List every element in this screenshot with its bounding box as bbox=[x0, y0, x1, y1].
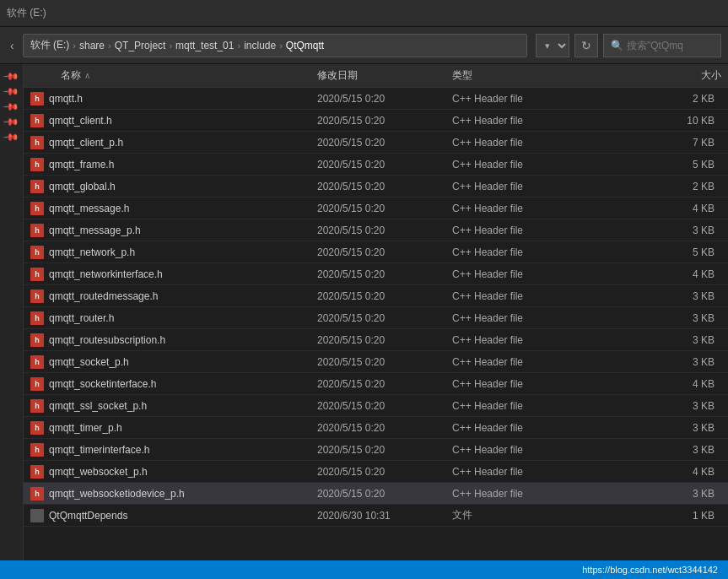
cell-name: QtQmqttDepends bbox=[24, 509, 310, 522]
col-header-type[interactable]: 类型 bbox=[445, 68, 580, 83]
header-file-icon: h bbox=[30, 377, 44, 391]
column-header: 名称 ∧ 修改日期 类型 大小 bbox=[24, 64, 728, 88]
cell-type: C++ Header file bbox=[445, 137, 580, 149]
refresh-icon: ↻ bbox=[581, 39, 591, 52]
table-row[interactable]: h qmqtt_ssl_socket_p.h 2020/5/15 0:20 C+… bbox=[24, 395, 728, 417]
search-input[interactable] bbox=[627, 40, 711, 51]
header-file-icon: h bbox=[30, 399, 44, 413]
header-file-icon: h bbox=[30, 268, 44, 281]
table-row[interactable]: h qmqtt_socketinterface.h 2020/5/15 0:20… bbox=[24, 373, 728, 395]
file-name: qmqtt_networkinterface.h bbox=[49, 268, 163, 280]
addressbar: ‹ 软件 (E:) › share › QT_Project › mqtt_te… bbox=[0, 27, 728, 64]
titlebar: 软件 (E:) bbox=[0, 0, 728, 27]
breadcrumb: 软件 (E:) › share › QT_Project › mqtt_test… bbox=[23, 34, 527, 57]
table-row[interactable]: h qmqtt_routesubscription.h 2020/5/15 0:… bbox=[24, 329, 728, 351]
file-name: QtQmqttDepends bbox=[49, 510, 127, 522]
col-header-name[interactable]: 名称 ∧ bbox=[24, 68, 310, 83]
cell-type: 文件 bbox=[445, 508, 580, 522]
file-name: qmqtt_timer_p.h bbox=[49, 422, 122, 434]
file-name: qmqtt_socket_p.h bbox=[49, 356, 129, 368]
cell-type: C++ Header file bbox=[445, 268, 580, 280]
pin-icon-5[interactable]: 📌 bbox=[3, 128, 19, 144]
cell-date: 2020/5/15 0:20 bbox=[310, 400, 445, 412]
cell-size: 7 KB bbox=[580, 137, 728, 149]
table-row[interactable]: h qmqtt_global.h 2020/5/15 0:20 C++ Head… bbox=[24, 176, 728, 198]
cell-date: 2020/5/15 0:20 bbox=[310, 312, 445, 324]
refresh-button[interactable]: ↻ bbox=[574, 34, 598, 57]
cell-date: 2020/5/15 0:20 bbox=[310, 181, 445, 192]
header-file-icon: h bbox=[30, 487, 44, 501]
cell-type: C++ Header file bbox=[445, 466, 580, 478]
cell-size: 10 KB bbox=[580, 115, 728, 127]
cell-name: h qmqtt.h bbox=[24, 92, 310, 106]
file-name: qmqtt_frame.h bbox=[49, 159, 114, 170]
cell-size: 5 KB bbox=[580, 159, 728, 170]
table-row[interactable]: h qmqtt_router.h 2020/5/15 0:20 C++ Head… bbox=[24, 307, 728, 329]
pin-icon-3[interactable]: 📌 bbox=[3, 98, 19, 114]
back-button[interactable]: ‹ bbox=[7, 37, 18, 54]
cell-date: 2020/5/15 0:20 bbox=[310, 203, 445, 214]
cell-date: 2020/5/15 0:20 bbox=[310, 159, 445, 170]
cell-type: C++ Header file bbox=[445, 356, 580, 368]
pin-icon-2[interactable]: 📌 bbox=[3, 83, 19, 99]
cell-name: h qmqtt_routesubscription.h bbox=[24, 333, 310, 347]
breadcrumb-sep-3: › bbox=[237, 41, 240, 51]
pin-icon-1[interactable]: 📌 bbox=[3, 68, 19, 84]
pin-icon-4[interactable]: 📌 bbox=[3, 113, 19, 129]
cell-date: 2020/5/15 0:20 bbox=[310, 356, 445, 368]
header-file-icon: h bbox=[30, 333, 44, 347]
search-icon: 🔍 bbox=[611, 40, 623, 51]
table-row[interactable]: h qmqtt_client_p.h 2020/5/15 0:20 C++ He… bbox=[24, 132, 728, 154]
file-name: qmqtt_message_p.h bbox=[49, 225, 141, 236]
table-row[interactable]: h qmqtt.h 2020/5/15 0:20 C++ Header file… bbox=[24, 88, 728, 110]
cell-date: 2020/5/15 0:20 bbox=[310, 334, 445, 346]
table-row[interactable]: h qmqtt_timerinterface.h 2020/5/15 0:20 … bbox=[24, 439, 728, 461]
breadcrumb-qtqmqtt[interactable]: QtQmqtt bbox=[286, 40, 324, 51]
breadcrumb-dropdown[interactable]: ▾ bbox=[536, 34, 569, 57]
table-row[interactable]: h qmqtt_timer_p.h 2020/5/15 0:20 C++ Hea… bbox=[24, 417, 728, 439]
table-row[interactable]: h qmqtt_routedmessage.h 2020/5/15 0:20 C… bbox=[24, 285, 728, 307]
header-file-icon: h bbox=[30, 311, 44, 325]
cell-type: C++ Header file bbox=[445, 181, 580, 192]
breadcrumb-include[interactable]: include bbox=[244, 40, 276, 51]
sort-arrow-icon: ∧ bbox=[84, 71, 90, 80]
breadcrumb-qt-project[interactable]: QT_Project bbox=[115, 40, 166, 51]
file-name: qmqtt_client_p.h bbox=[49, 137, 123, 149]
cell-type: C++ Header file bbox=[445, 246, 580, 258]
cell-date: 2020/5/15 0:20 bbox=[310, 422, 445, 434]
cell-name: h qmqtt_global.h bbox=[24, 180, 310, 193]
cell-type: C++ Header file bbox=[445, 159, 580, 170]
cell-size: 3 KB bbox=[580, 334, 728, 346]
table-row[interactable]: h qmqtt_client.h 2020/5/15 0:20 C++ Head… bbox=[24, 110, 728, 132]
table-row[interactable]: h qmqtt_network_p.h 2020/5/15 0:20 C++ H… bbox=[24, 241, 728, 263]
cell-type: C++ Header file bbox=[445, 334, 580, 346]
cell-date: 2020/5/15 0:20 bbox=[310, 444, 445, 456]
cell-size: 2 KB bbox=[580, 93, 728, 105]
table-row[interactable]: h qmqtt_websocket_p.h 2020/5/15 0:20 C++… bbox=[24, 461, 728, 483]
cell-size: 3 KB bbox=[580, 225, 728, 236]
table-row[interactable]: h qmqtt_socket_p.h 2020/5/15 0:20 C++ He… bbox=[24, 351, 728, 373]
file-name: qmqtt_network_p.h bbox=[49, 246, 135, 258]
table-row[interactable]: h qmqtt_message.h 2020/5/15 0:20 C++ Hea… bbox=[24, 198, 728, 219]
table-row[interactable]: h qmqtt_message_p.h 2020/5/15 0:20 C++ H… bbox=[24, 219, 728, 241]
breadcrumb-drive[interactable]: 软件 (E:) bbox=[30, 38, 70, 52]
header-file-icon: h bbox=[30, 290, 44, 303]
col-header-size[interactable]: 大小 bbox=[580, 68, 728, 83]
table-row[interactable]: h qmqtt_websocketiodevice_p.h 2020/5/15 … bbox=[24, 483, 728, 505]
cell-name: h qmqtt_ssl_socket_p.h bbox=[24, 399, 310, 413]
generic-file-icon bbox=[30, 509, 44, 522]
sidebar: 📌 📌 📌 📌 📌 bbox=[0, 64, 24, 560]
breadcrumb-mqtt-test[interactable]: mqtt_test_01 bbox=[175, 40, 234, 51]
cell-name: h qmqtt_message.h bbox=[24, 202, 310, 215]
table-row[interactable]: QtQmqttDepends 2020/6/30 10:31 文件 1 KB bbox=[24, 505, 728, 527]
table-row[interactable]: h qmqtt_networkinterface.h 2020/5/15 0:2… bbox=[24, 263, 728, 285]
header-file-icon: h bbox=[30, 180, 44, 193]
cell-date: 2020/5/15 0:20 bbox=[310, 466, 445, 478]
table-row[interactable]: h qmqtt_frame.h 2020/5/15 0:20 C++ Heade… bbox=[24, 154, 728, 176]
cell-size: 4 KB bbox=[580, 203, 728, 214]
breadcrumb-share[interactable]: share bbox=[79, 40, 105, 51]
cell-size: 4 KB bbox=[580, 378, 728, 390]
cell-name: h qmqtt_router.h bbox=[24, 311, 310, 325]
col-header-date[interactable]: 修改日期 bbox=[310, 68, 445, 83]
cell-size: 3 KB bbox=[580, 422, 728, 434]
